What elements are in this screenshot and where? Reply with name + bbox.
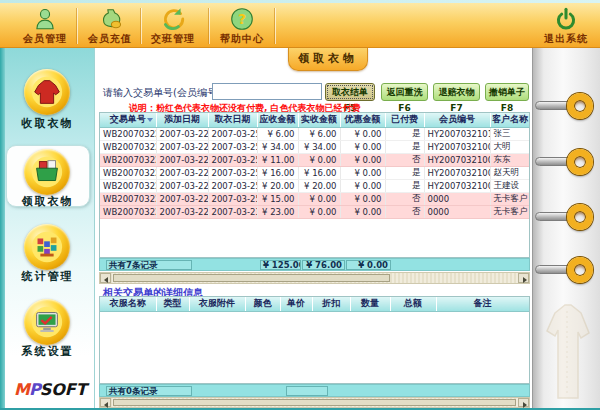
cell-amount-received: ¥ 20.00: [298, 179, 340, 192]
column-header[interactable]: 数量: [350, 297, 390, 311]
cell-added-date: 2007-03-22: [156, 179, 208, 192]
cell-transaction-id: WB20070322003: [100, 179, 156, 192]
cell-pickup-date: 2007-03-23: [208, 205, 257, 218]
column-header[interactable]: 会员编号: [424, 113, 490, 127]
transaction-row[interactable]: WB20070322009 2007-03-22 2007-03-25 ¥ 6.…: [100, 127, 530, 140]
transaction-row[interactable]: WB20070322004 2007-03-22 2007-03-25 ¥ 16…: [100, 166, 530, 179]
return-compensate-button[interactable]: 退赔衣物 F7: [433, 83, 480, 101]
sidebar-item-label: 领取衣物: [0, 194, 95, 209]
cell-transaction-id: WB20070322009: [100, 127, 156, 140]
column-header[interactable]: 应收金额: [257, 113, 298, 127]
column-header[interactable]: 颜色: [245, 297, 280, 311]
transactions-footer: 共有7条记录 ¥ 125.00 ¥ 76.00 ¥ 0.00: [99, 258, 530, 271]
notebook-spine: [532, 48, 600, 410]
cell-paid-flag: 否: [385, 205, 424, 218]
transactions-table: 交易单号添加日期取衣日期应收金额实收金额优惠金额已付费会员编号客户名称联系电话 …: [99, 112, 530, 258]
toolbar-label: 会员充值: [78, 32, 142, 46]
toolbar-member-recharge[interactable]: 会员充值: [78, 3, 142, 48]
record-count: 共有0条记录: [106, 386, 192, 396]
page-title-tab: 领取衣物: [288, 48, 368, 71]
cell-amount-due: ¥ 11.00: [257, 153, 298, 166]
cell-member-id: 0000: [424, 192, 490, 205]
transaction-row[interactable]: WB20070322001 2007-03-22 2007-03-23 ¥ 23…: [100, 205, 530, 218]
column-header[interactable]: 优惠金额: [340, 113, 385, 127]
sidebar-nav: 收取衣物 领取衣物 统计管理 系统设置 MPSOFT: [0, 48, 95, 410]
transaction-row[interactable]: WB20070322003 2007-03-22 2007-03-25 ¥ 20…: [100, 179, 530, 192]
cell-pickup-date: 2007-03-25: [208, 127, 257, 140]
scroll-left-arrow[interactable]: [100, 398, 111, 407]
cell-member-id: 0000: [424, 205, 490, 218]
column-header[interactable]: 单价: [280, 297, 312, 311]
system-settings-icon: [24, 299, 70, 345]
cell-paid-flag: 是: [385, 166, 424, 179]
cell-paid-flag: 否: [385, 192, 424, 205]
column-header[interactable]: 取衣日期: [208, 113, 257, 127]
cell-amount-due: ¥ 15.00: [257, 192, 298, 205]
column-header[interactable]: 客户名称: [490, 113, 530, 127]
empty-total-cell: [286, 386, 328, 396]
details-footer: 共有0条记录: [99, 384, 530, 397]
toolbar-help-center[interactable]: ? 帮助中心: [210, 3, 274, 48]
cell-amount-due: ¥ 20.00: [257, 179, 298, 192]
column-header[interactable]: 交易单号: [100, 113, 156, 127]
cell-pickup-date: 2007-03-25: [208, 153, 257, 166]
toolbar-shift-management[interactable]: 交班管理: [141, 3, 205, 48]
cell-amount-received: ¥ 6.00: [298, 127, 340, 140]
column-header[interactable]: 已付费: [385, 113, 424, 127]
column-header[interactable]: 添加日期: [156, 113, 208, 127]
mpsoft-logo: MPSOFT: [14, 380, 87, 399]
total-due: ¥ 125.00: [260, 260, 301, 270]
cell-discount: ¥ 0.00: [340, 153, 385, 166]
scroll-thumb[interactable]: [113, 274, 390, 282]
cell-pickup-date: 2007-03-25: [208, 179, 257, 192]
cell-transaction-id: WB20070322004: [100, 166, 156, 179]
cell-paid-flag: 否: [385, 153, 424, 166]
cell-member-id: HY20070321011: [424, 127, 490, 140]
column-header[interactable]: 实收金额: [298, 113, 340, 127]
details-hscrollbar[interactable]: [99, 397, 530, 408]
total-discount: ¥ 0.00: [346, 260, 391, 270]
scroll-thumb[interactable]: [113, 399, 516, 406]
toolbar-member-management[interactable]: 会员管理: [13, 3, 77, 48]
cell-added-date: 2007-03-22: [156, 192, 208, 205]
cell-added-date: 2007-03-22: [156, 205, 208, 218]
transaction-row[interactable]: WB20070322005 2007-03-22 2007-03-25 ¥ 11…: [100, 153, 530, 166]
query-input[interactable]: [212, 83, 322, 100]
scroll-right-arrow[interactable]: [518, 273, 529, 283]
toolbar-label: 交班管理: [141, 32, 205, 46]
cancel-order-button[interactable]: 撤销单子 F8: [485, 83, 529, 101]
cell-customer-name: 王建设: [490, 179, 530, 192]
column-header[interactable]: 衣服附件: [189, 297, 245, 311]
svg-text:?: ?: [238, 11, 246, 27]
pickup-settle-button[interactable]: 取衣结单 F5: [325, 83, 375, 101]
cell-member-id: HY20070321005: [424, 166, 490, 179]
cell-amount-due: ¥ 34.00: [257, 140, 298, 153]
rewash-button[interactable]: 返回重洗 F6: [381, 83, 428, 101]
cell-amount-received: ¥ 34.00: [298, 140, 340, 153]
toolbar-exit-system[interactable]: 退出系统: [536, 3, 596, 48]
cell-discount: ¥ 0.00: [340, 166, 385, 179]
column-header[interactable]: 总额: [390, 297, 436, 311]
cell-amount-received: ¥ 16.00: [298, 166, 340, 179]
cell-paid-flag: 是: [385, 127, 424, 140]
cell-added-date: 2007-03-22: [156, 140, 208, 153]
cell-customer-name: 赵天明: [490, 166, 530, 179]
recharge-icon: [97, 6, 123, 32]
binder-ring: [535, 203, 599, 231]
transaction-row[interactable]: WB20070322002 2007-03-22 2007-03-25 ¥ 15…: [100, 192, 530, 205]
column-header[interactable]: 备注: [436, 297, 529, 311]
column-header[interactable]: 衣服名称: [100, 297, 156, 311]
column-header[interactable]: 类型: [156, 297, 189, 311]
cell-added-date: 2007-03-22: [156, 166, 208, 179]
details-table: 衣服名称类型衣服附件颜色单价折扣数量总额备注: [99, 296, 530, 384]
transactions-hscrollbar[interactable]: [99, 272, 530, 284]
column-header[interactable]: 折扣: [312, 297, 350, 311]
cell-transaction-id: WB20070322006: [100, 140, 156, 153]
scroll-left-arrow[interactable]: [100, 273, 111, 283]
binder-ring: [535, 92, 599, 120]
transaction-row[interactable]: WB20070322006 2007-03-22 2007-03-25 ¥ 34…: [100, 140, 530, 153]
cell-amount-due: ¥ 6.00: [257, 127, 298, 140]
collect-clothes-icon: [24, 149, 70, 195]
scroll-right-arrow[interactable]: [518, 398, 529, 407]
cell-transaction-id: WB20070322001: [100, 205, 156, 218]
